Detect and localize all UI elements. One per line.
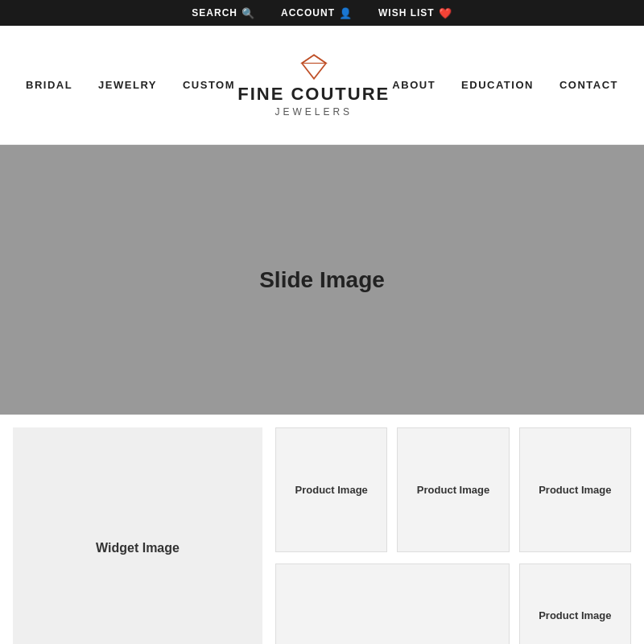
hero-slider: Slide Image xyxy=(0,145,644,415)
search-icon: 🔍 xyxy=(242,7,255,19)
products-section: Widget Image Product Image Product Image… xyxy=(0,415,644,644)
product-card-5[interactable]: Product Image xyxy=(519,564,631,645)
nav-jewelry[interactable]: JEWELRY xyxy=(98,79,157,91)
product-label-3: Product Image xyxy=(539,484,611,496)
svg-marker-0 xyxy=(302,56,326,79)
top-bar: SEARCH 🔍 ACCOUNT 👤 WISH LIST ❤️ xyxy=(0,0,644,26)
product-card-1[interactable]: Product Image xyxy=(275,427,387,552)
nav-left: BRIDAL JEWELRY CUSTOM xyxy=(26,79,235,91)
widget-label: Widget Image xyxy=(96,541,180,555)
diamond-icon xyxy=(299,52,328,81)
search-label: SEARCH xyxy=(192,7,237,19)
product-grid: Product Image Product Image Product Imag… xyxy=(275,427,631,644)
logo-subtitle: JEWELERS xyxy=(275,106,353,118)
account-link[interactable]: ACCOUNT 👤 xyxy=(281,7,353,19)
wishlist-label: WISH LIST xyxy=(378,7,435,19)
product-card-3[interactable]: Product Image xyxy=(519,427,631,552)
product-card-4[interactable] xyxy=(275,564,510,645)
logo-title: FINE COUTURE xyxy=(237,85,390,104)
heart-icon: ❤️ xyxy=(439,7,452,19)
product-label-1: Product Image xyxy=(295,484,368,496)
header: BRIDAL JEWELRY CUSTOM FINE COUTURE JEWEL… xyxy=(0,26,644,145)
search-link[interactable]: SEARCH 🔍 xyxy=(192,7,255,19)
product-label-2: Product Image xyxy=(417,484,489,496)
widget-image: Widget Image xyxy=(13,427,262,644)
logo[interactable]: FINE COUTURE JEWELERS xyxy=(237,52,390,117)
nav-education[interactable]: EDUCATION xyxy=(461,79,534,91)
product-label-5: Product Image xyxy=(539,609,611,621)
account-icon: 👤 xyxy=(339,7,353,19)
product-card-2[interactable]: Product Image xyxy=(397,427,509,552)
hero-placeholder-text: Slide Image xyxy=(259,267,385,293)
nav-custom[interactable]: CUSTOM xyxy=(183,79,235,91)
wishlist-link[interactable]: WISH LIST ❤️ xyxy=(378,7,452,19)
nav-contact[interactable]: CONTACT xyxy=(559,79,618,91)
account-label: ACCOUNT xyxy=(281,7,335,19)
nav-bridal[interactable]: BRIDAL xyxy=(26,79,72,91)
nav-right: ABOUT EDUCATION CONTACT xyxy=(392,79,618,91)
svg-marker-1 xyxy=(302,56,326,64)
nav-about[interactable]: ABOUT xyxy=(392,79,436,91)
